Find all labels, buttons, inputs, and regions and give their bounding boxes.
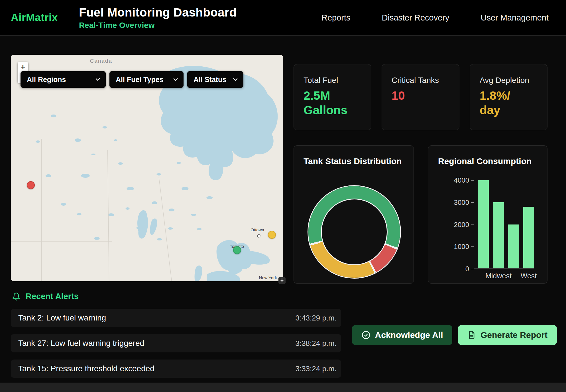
tank-status-card: Tank Status Distribution (294, 145, 414, 284)
nav-user-management[interactable]: User Management (481, 13, 549, 23)
alert-row[interactable]: Tank 27: Low fuel warning triggered 3:38… (11, 334, 341, 352)
bars-container (474, 180, 534, 268)
fuel-type-filter-dropdown[interactable]: All Fuel Types (109, 71, 184, 88)
chevron-down-icon (232, 76, 239, 83)
alert-message: Tank 27: Low fuel warning triggered (18, 339, 144, 348)
map-marker-layer (11, 55, 283, 281)
bar-1[interactable] (493, 202, 504, 268)
map-panel[interactable]: Canada Ottawa Toronto New York + − All R… (11, 55, 283, 281)
bar-plot-area[interactable]: MidwestWest (474, 180, 534, 269)
chevron-down-icon (172, 76, 179, 83)
bar-x-axis-labels: MidwestWest (474, 272, 534, 280)
stat-value: 2.5M Gallons (304, 88, 361, 117)
app-root: AirMatrix Fuel Monitoring Dashboard Real… (0, 0, 566, 392)
recent-alerts-title: Recent Alerts (26, 292, 79, 301)
acknowledge-all-label: Acknowledge All (375, 330, 443, 340)
map-marker-normal[interactable] (233, 246, 241, 254)
alert-list: Tank 2: Low fuel warning 3:43:29 p.m. Ta… (11, 309, 341, 378)
x-axis-label: Midwest (493, 272, 504, 280)
bar-3[interactable] (523, 207, 534, 268)
region-filter-value: All Regions (27, 75, 66, 84)
page-title: Fuel Monitoring Dashboard (79, 6, 237, 19)
stat-label: Total Fuel (304, 76, 361, 85)
bell-icon (12, 292, 21, 301)
stat-value: 1.8%/ day (480, 88, 538, 117)
check-circle-icon (361, 330, 370, 340)
bar-y-axis: 01000200030004000 (431, 180, 474, 269)
x-axis-label (508, 272, 519, 280)
regional-consumption-card: Regional Consumption 01000200030004000 M… (428, 145, 547, 284)
regional-consumption-bar-chart[interactable]: 01000200030004000 MidwestWest (431, 180, 534, 269)
regional-consumption-card-title: Regional Consumption (438, 156, 532, 166)
header: AirMatrix Fuel Monitoring Dashboard Real… (0, 0, 566, 36)
document-icon (467, 331, 476, 339)
main-nav: Reports Disaster Recovery User Managemen… (321, 13, 549, 23)
charts-row: Tank Status Distribution Regional Consum… (294, 145, 547, 284)
title-block: Fuel Monitoring Dashboard Real-Time Over… (79, 6, 237, 30)
alert-message: Tank 15: Pressure threshold exceeded (18, 364, 154, 373)
x-axis-label: West (523, 272, 534, 280)
tank-status-donut-chart[interactable] (308, 186, 400, 278)
page-subtitle: Real-Time Overview (79, 21, 237, 30)
stats-row: Total Fuel 2.5M Gallons Critical Tanks 1… (294, 64, 547, 130)
map-marker-warning[interactable] (268, 231, 276, 239)
alert-row[interactable]: Tank 15: Pressure threshold exceeded 3:3… (11, 360, 341, 378)
tank-status-card-title: Tank Status Distribution (304, 156, 402, 166)
brand-logo[interactable]: AirMatrix (11, 12, 58, 24)
grip-dots-icon (280, 278, 284, 283)
y-axis-tick: 2000 (454, 221, 474, 229)
alert-timestamp: 3:33:24 p.m. (295, 364, 337, 373)
bar-2[interactable] (508, 224, 519, 269)
status-filter-dropdown[interactable]: All Status (187, 71, 243, 88)
region-filter-dropdown[interactable]: All Regions (21, 71, 106, 88)
recent-alerts-heading: Recent Alerts (12, 292, 79, 301)
bar-0[interactable] (478, 180, 489, 268)
generate-report-button[interactable]: Generate Report (458, 325, 557, 345)
stat-card-total-fuel: Total Fuel 2.5M Gallons (294, 64, 371, 130)
stat-value: 10 (392, 88, 449, 103)
alert-timestamp: 3:38:24 p.m. (295, 339, 337, 348)
status-filter-value: All Status (194, 75, 226, 84)
y-axis-tick: 4000 (454, 176, 474, 184)
nav-disaster-recovery[interactable]: Disaster Recovery (382, 13, 449, 23)
alert-row[interactable]: Tank 2: Low fuel warning 3:43:29 p.m. (11, 309, 341, 327)
y-axis-tick: 0 (465, 265, 474, 273)
alert-timestamp: 3:43:29 p.m. (295, 314, 337, 322)
alert-actions: Acknowledge All Generate Report (352, 325, 557, 345)
stat-label: Critical Tanks (392, 76, 449, 85)
right-column: Total Fuel 2.5M Gallons Critical Tanks 1… (294, 64, 547, 284)
map-filter-row: All Regions All Fuel Types All Status (21, 71, 243, 88)
stat-label: Avg Depletion (480, 76, 538, 85)
stat-card-avg-depletion: Avg Depletion 1.8%/ day (470, 64, 547, 130)
alert-message: Tank 2: Low fuel warning (18, 313, 106, 322)
chevron-down-icon (94, 76, 101, 83)
nav-reports[interactable]: Reports (321, 13, 351, 23)
stat-card-critical-tanks: Critical Tanks 10 (382, 64, 459, 130)
bottom-strip (0, 383, 566, 392)
generate-report-label: Generate Report (481, 330, 547, 340)
fuel-type-filter-value: All Fuel Types (116, 75, 164, 84)
y-axis-tick: 1000 (454, 243, 474, 251)
map-attribution-toggle[interactable] (278, 277, 286, 284)
acknowledge-all-button[interactable]: Acknowledge All (352, 325, 452, 345)
y-axis-tick: 3000 (454, 199, 474, 207)
map-viewport[interactable]: Canada Ottawa Toronto New York (11, 55, 283, 281)
map-marker-critical[interactable] (27, 181, 35, 189)
